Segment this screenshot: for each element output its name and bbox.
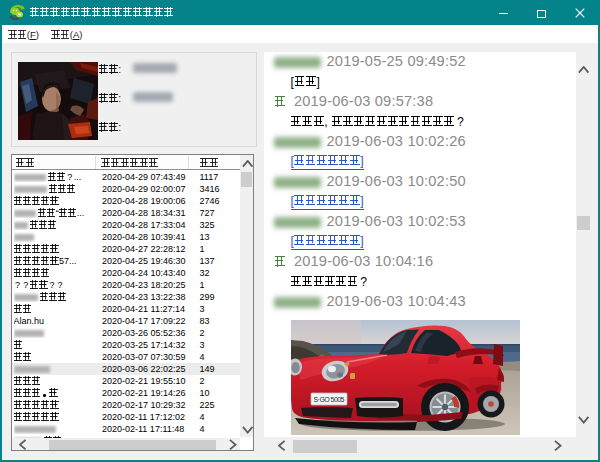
svg-text:S·GO 5005: S·GO 5005: [314, 396, 345, 403]
